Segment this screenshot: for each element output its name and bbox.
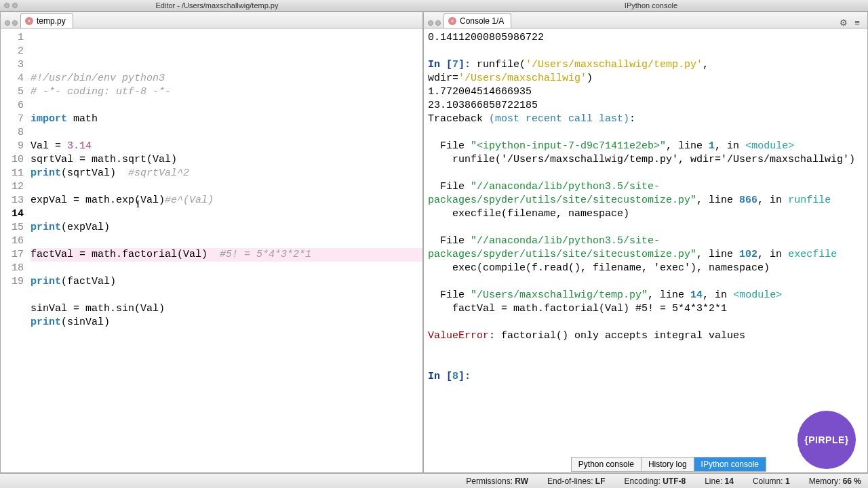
console-output[interactable]: 0.14112000805986722 In [7]: runfile('/Us… <box>424 28 867 472</box>
tab-ipython-console[interactable]: IPython console <box>694 458 766 471</box>
console-bottom-tabs: Python console History log IPython conso… <box>571 457 766 472</box>
editor-pane: × temp.py 12345678910111213141516171819 … <box>0 12 423 473</box>
code-line[interactable] <box>31 180 422 194</box>
status-memory: Memory: 66 % <box>809 476 861 486</box>
code-line[interactable] <box>31 207 422 221</box>
minimize-dot-icon[interactable] <box>12 3 18 8</box>
gear-icon[interactable]: ⚙ <box>839 18 848 28</box>
editor-tab-label: temp.py <box>37 16 66 26</box>
status-column: Column: 1 <box>753 476 790 486</box>
code-line[interactable]: Val = 3.14 <box>31 140 422 153</box>
code-line[interactable] <box>31 99 422 113</box>
close-icon[interactable]: × <box>448 17 456 25</box>
line-number-gutter: 12345678910111213141516171819 <box>1 28 28 472</box>
editor-body[interactable]: 12345678910111213141516171819 I #!/usr/b… <box>1 28 422 472</box>
code-line[interactable] <box>31 262 422 275</box>
console-window-title: IPython console <box>434 1 868 9</box>
status-bar: Permissions: RW End-of-lines: LF Encodin… <box>0 473 868 488</box>
pane-dot-icon[interactable] <box>428 20 433 26</box>
status-eol: End-of-lines: LF <box>547 476 605 486</box>
console-window-titlebar: IPython console <box>434 0 868 12</box>
pane-dot-icon[interactable] <box>12 20 18 26</box>
code-line[interactable] <box>31 289 422 302</box>
console-tab-label: Console 1/A <box>460 16 504 26</box>
console-tab[interactable]: × Console 1/A <box>443 13 511 28</box>
code-line[interactable]: # -*- coding: utf-8 -*- <box>31 85 422 99</box>
text-cursor-icon: I <box>136 197 140 211</box>
code-line[interactable]: print(factVal) <box>31 275 422 289</box>
editor-tab-bar: × temp.py <box>1 12 422 28</box>
code-line[interactable]: sqrtVal = math.sqrt(Val) <box>31 153 422 167</box>
close-dot-icon[interactable] <box>4 3 9 8</box>
code-line[interactable]: expVal = math.exp(Val)#e^(Val) <box>31 194 422 207</box>
status-permissions: Permissions: RW <box>466 476 528 486</box>
code-line[interactable]: factVal = math.factorial(Val) #5! = 5*4*… <box>31 248 422 262</box>
code-line[interactable]: print(sinVal) <box>31 316 422 329</box>
status-line: Line: 14 <box>705 476 734 486</box>
pane-dot-icon[interactable] <box>435 20 441 26</box>
pirple-logo: {PIRPLE} <box>797 411 856 469</box>
console-tab-bar: × Console 1/A ⚙ ≡ <box>424 12 867 28</box>
code-line[interactable]: print(sqrtVal) #sqrtVal^2 <box>31 167 422 180</box>
code-line[interactable]: import math <box>31 113 422 126</box>
code-line[interactable] <box>31 126 422 140</box>
menu-icon[interactable]: ≡ <box>852 18 862 28</box>
code-area[interactable]: I #!/usr/bin/env python3# -*- coding: ut… <box>28 28 422 472</box>
code-line[interactable]: print(expVal) <box>31 221 422 235</box>
editor-window-titlebar: Editor - /Users/maxschallwig/temp.py <box>0 0 434 12</box>
status-encoding: Encoding: UTF-8 <box>624 476 686 486</box>
pane-dot-icon[interactable] <box>5 20 10 26</box>
editor-tab[interactable]: × temp.py <box>20 13 73 28</box>
close-icon[interactable]: × <box>25 17 33 25</box>
tab-python-console[interactable]: Python console <box>572 458 642 471</box>
code-line[interactable]: sinVal = math.sin(Val) <box>31 302 422 316</box>
code-line[interactable]: #!/usr/bin/env python3 <box>31 72 422 85</box>
tab-history-log[interactable]: History log <box>642 458 694 471</box>
code-line[interactable] <box>31 235 422 248</box>
editor-window-title: Editor - /Users/maxschallwig/temp.py <box>0 1 434 9</box>
console-pane: × Console 1/A ⚙ ≡ 0.14112000805986722 In… <box>423 12 868 473</box>
